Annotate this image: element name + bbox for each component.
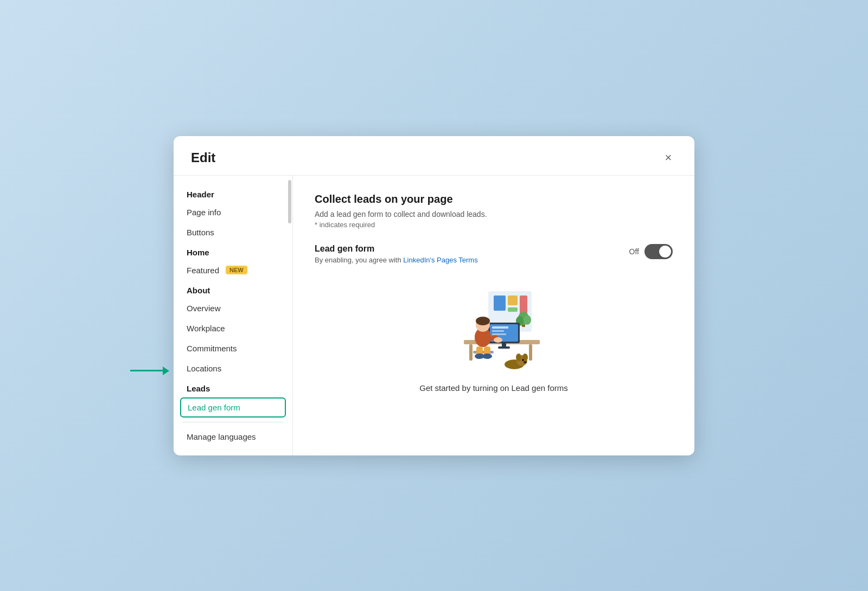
- lead-gen-illustration: [434, 286, 553, 372]
- sidebar-item-workplace[interactable]: Workplace: [174, 318, 292, 338]
- sidebar-item-lead-gen-form-label: Lead gen form: [188, 403, 240, 412]
- lead-gen-toggle[interactable]: [644, 244, 673, 259]
- svg-point-8: [524, 315, 531, 325]
- sidebar-item-manage-languages[interactable]: Manage languages: [174, 427, 292, 447]
- arrow-line: [130, 370, 163, 371]
- svg-point-26: [476, 317, 490, 325]
- sidebar: Header Page info Buttons Home Featured N…: [174, 176, 293, 455]
- arrow-indicator: [130, 367, 169, 375]
- modal-wrapper: Edit × Header Page info Buttons: [174, 136, 694, 455]
- svg-rect-18: [498, 346, 510, 349]
- sidebar-section-leads: Leads: [174, 378, 292, 396]
- sidebar-section-home: Home: [174, 242, 292, 260]
- sidebar-item-commitments-label: Commitments: [187, 344, 237, 353]
- edit-modal: Edit × Header Page info Buttons: [174, 136, 694, 455]
- svg-point-38: [524, 361, 527, 363]
- sidebar-item-overview-label: Overview: [187, 304, 221, 313]
- sidebar-item-lead-gen-form[interactable]: Lead gen form: [180, 397, 286, 417]
- toggle-off-label: Off: [629, 247, 639, 256]
- content-title: Collect leads on your page: [315, 193, 673, 205]
- sidebar-item-locations[interactable]: Locations: [174, 358, 292, 378]
- sidebar-divider: [182, 422, 284, 422]
- sidebar-item-page-info[interactable]: Page info: [174, 202, 292, 222]
- required-note: * indicates required: [315, 221, 673, 229]
- sidebar-item-commitments[interactable]: Commitments: [174, 338, 292, 358]
- modal-body: Header Page info Buttons Home Featured N…: [174, 176, 694, 455]
- svg-point-28: [494, 337, 502, 343]
- illustration-caption: Get started by turning on Lead gen forms: [419, 383, 568, 393]
- illustration-area: Get started by turning on Lead gen forms: [315, 286, 673, 393]
- arrow-head: [163, 367, 169, 375]
- scroll-indicator: [288, 180, 291, 223]
- lead-gen-info: Lead gen form By enabling, you agree wit…: [315, 244, 616, 264]
- sidebar-item-buttons[interactable]: Buttons: [174, 222, 292, 242]
- sidebar-item-manage-languages-label: Manage languages: [187, 432, 256, 441]
- svg-rect-1: [494, 295, 506, 311]
- new-badge: NEW: [226, 266, 247, 274]
- sidebar-item-featured[interactable]: Featured NEW: [174, 260, 292, 280]
- lead-gen-label: Lead gen form: [315, 244, 616, 254]
- lead-gen-row: Lead gen form By enabling, you agree wit…: [315, 244, 673, 264]
- svg-rect-2: [508, 295, 518, 305]
- svg-point-37: [522, 359, 524, 361]
- lead-gen-desc-text: By enabling, you agree with: [315, 256, 403, 264]
- close-button[interactable]: ×: [660, 149, 677, 166]
- content-area: Collect leads on your page Add a lead ge…: [293, 176, 694, 455]
- toggle-container: Off: [629, 244, 673, 259]
- svg-rect-21: [473, 351, 494, 354]
- sidebar-section-about: About: [174, 280, 292, 298]
- modal-title: Edit: [191, 150, 215, 165]
- sidebar-item-buttons-label: Buttons: [187, 228, 214, 237]
- content-subtitle: Add a lead gen form to collect and downl…: [315, 210, 673, 219]
- sidebar-item-workplace-label: Workplace: [187, 324, 225, 333]
- sidebar-item-page-info-label: Page info: [187, 208, 221, 217]
- modal-header: Edit ×: [174, 136, 694, 176]
- linkedin-pages-terms-link[interactable]: LinkedIn's Pages Terms: [403, 256, 477, 264]
- svg-rect-14: [492, 326, 508, 329]
- svg-point-32: [482, 354, 492, 359]
- close-icon: ×: [665, 151, 672, 165]
- sidebar-section-header: Header: [174, 184, 292, 202]
- svg-rect-10: [469, 344, 473, 361]
- sidebar-item-locations-label: Locations: [187, 364, 221, 373]
- svg-rect-3: [508, 307, 518, 312]
- lead-gen-description: By enabling, you agree with LinkedIn's P…: [315, 256, 616, 264]
- toggle-knob: [659, 246, 671, 258]
- svg-rect-15: [492, 330, 504, 332]
- svg-rect-4: [520, 295, 527, 314]
- svg-rect-16: [492, 333, 506, 335]
- svg-point-35: [516, 354, 521, 361]
- sidebar-item-featured-label: Featured: [187, 266, 219, 275]
- sidebar-item-overview[interactable]: Overview: [174, 298, 292, 318]
- svg-rect-11: [529, 344, 532, 361]
